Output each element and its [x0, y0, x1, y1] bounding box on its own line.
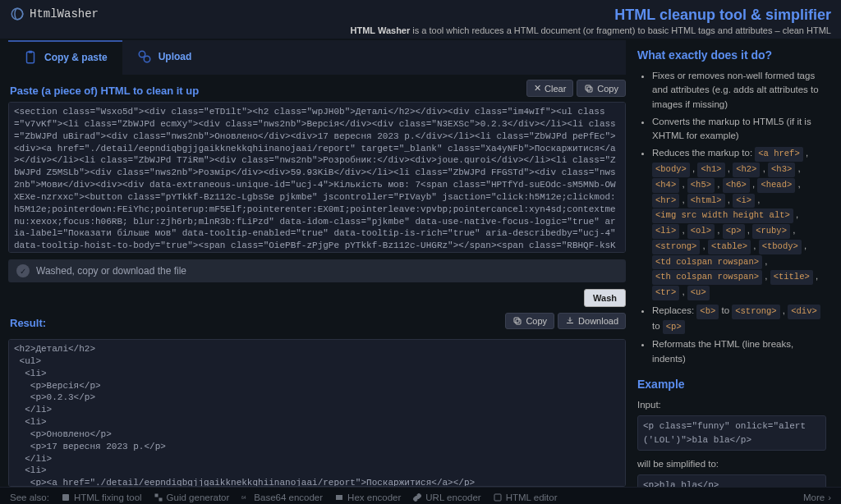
svg-rect-1	[27, 52, 34, 63]
svg-rect-8	[514, 318, 519, 323]
footer-link[interactable]: Guid generator	[154, 493, 230, 502]
footer: See also: HTML fixing tool Guid generato…	[0, 487, 841, 504]
editor-icon	[493, 493, 503, 502]
tag-pill: <html>	[687, 194, 725, 208]
footer-link[interactable]: HTML editor	[493, 493, 558, 502]
tag-pill: <head>	[757, 178, 795, 193]
svg-rect-7	[516, 319, 521, 324]
tag-pill: <i>	[733, 194, 755, 208]
sidebar-item: Converts the markup to HTML5 (if it is X…	[652, 115, 826, 144]
example-input-label: Input:	[637, 398, 826, 412]
tab-copy-paste[interactable]: Copy & paste	[8, 40, 122, 75]
svg-rect-6	[586, 85, 591, 90]
svg-rect-9	[62, 494, 69, 501]
tab-upload[interactable]: Upload	[122, 40, 207, 75]
footer-link[interactable]: Hex encoder	[334, 493, 401, 502]
example-input: <p class="funny" onlick="alert('LOL')">b…	[637, 415, 826, 451]
status-text: Washed, copy or download the file	[36, 265, 186, 277]
hex-icon	[334, 493, 344, 502]
wash-button[interactable]: Wash	[584, 289, 626, 307]
guid-icon	[154, 493, 163, 502]
svg-rect-14	[494, 494, 501, 501]
see-also-label: See also:	[10, 493, 49, 502]
sidebar-item: Fixes or removes non-well formed tags an…	[652, 69, 826, 112]
main-column: Copy & paste Upload Paste (a piece of) H…	[0, 39, 634, 487]
footer-link[interactable]: HTML fixing tool	[61, 493, 142, 502]
tag-pill: <p>	[723, 224, 745, 239]
download-icon	[565, 316, 575, 326]
tag-pill: <h3>	[768, 163, 795, 177]
tag-pill: <img src width height alt>	[652, 208, 793, 223]
tag-pill: <ruby>	[752, 224, 790, 239]
sidebar-list: Fixes or removes non-well formed tags an…	[637, 69, 826, 366]
chevron-right-icon: ›	[828, 493, 831, 502]
tag-pill: <td colspan rowspan>	[652, 255, 762, 270]
download-button[interactable]: Download	[558, 313, 626, 329]
sidebar-heading: What exactly does it do?	[637, 47, 826, 64]
html-output[interactable]: <h2>Деталі</h2> <ul> <li> <p>Версія</p> …	[8, 339, 626, 487]
example-output: <p>bla bla</p>	[637, 474, 826, 487]
svg-point-4	[144, 56, 150, 62]
tag-pill: <h2>	[733, 163, 760, 177]
tag-pill: <h4>	[652, 178, 679, 193]
logo-icon	[10, 7, 25, 21]
example-output-label: will be simplified to:	[637, 457, 826, 471]
logo-text: HtmlWasher	[30, 7, 99, 21]
upload-icon	[137, 49, 152, 64]
tag-pill: <tr>	[652, 286, 679, 300]
tab-label: Upload	[159, 51, 192, 62]
page-subtitle: HTML Washer is a tool which reduces a HT…	[351, 25, 831, 35]
tag-pill: <title>	[770, 270, 813, 285]
svg-rect-11	[159, 498, 162, 502]
tag-pill: <th colspan rowspan>	[652, 270, 762, 285]
paste-icon	[23, 50, 38, 65]
logo-area: HtmlWasher	[10, 7, 99, 21]
svg-text:64: 64	[241, 495, 246, 500]
tabs-bar: Copy & paste Upload	[8, 40, 626, 75]
tag-pill: <hr>	[652, 194, 679, 208]
tool-icon	[61, 493, 71, 502]
page-title: HTML cleanup tool & simplifier	[351, 7, 831, 24]
tag-pill: <u>	[687, 286, 710, 300]
svg-rect-2	[29, 51, 33, 53]
more-link[interactable]: More ›	[803, 493, 831, 502]
base64-icon: 64	[241, 493, 250, 502]
tag-pill: <a href>	[755, 147, 802, 162]
example-heading: Example	[637, 376, 826, 393]
sidebar-item: Reformats the HTML (line breaks, indents…	[652, 337, 826, 366]
tag-pill: <ol>	[687, 224, 715, 239]
svg-point-3	[139, 51, 145, 57]
tag-pill: <li>	[652, 224, 679, 239]
copy-input-button[interactable]: Copy	[577, 80, 626, 97]
copy-output-button[interactable]: Copy	[505, 313, 554, 329]
footer-link[interactable]: 64Base64 encoder	[241, 493, 323, 502]
footer-link[interactable]: URL encoder	[412, 493, 480, 502]
check-icon: ✓	[16, 264, 30, 277]
svg-rect-10	[154, 494, 158, 497]
svg-rect-5	[587, 87, 592, 92]
tag-pill: <strong>	[652, 240, 700, 254]
tab-label: Copy & paste	[44, 52, 108, 63]
svg-rect-13	[336, 495, 342, 500]
sidebar-item-replaces: Replaces: <b> to <strong> , <div> to <p>	[652, 304, 826, 335]
tag-pill: <h5>	[687, 178, 715, 193]
tag-pill: <table>	[708, 240, 751, 254]
clear-icon: ✕	[534, 83, 541, 94]
app-header: HtmlWasher HTML cleanup tool & simplifie…	[0, 0, 841, 39]
sidebar: What exactly does it do? Fixes or remove…	[634, 39, 833, 487]
output-label: Result:	[10, 317, 46, 329]
copy-icon	[584, 84, 594, 94]
header-right: HTML cleanup tool & simplifier HTML Wash…	[351, 7, 831, 35]
tag-pill: <body>	[652, 163, 690, 177]
tag-pill: <h1>	[697, 163, 724, 177]
sidebar-item-reduces: Reduces the markup to: <a href> , <body>…	[652, 146, 826, 300]
link-icon	[412, 493, 422, 502]
clear-button[interactable]: ✕ Clear	[526, 80, 573, 97]
tag-pill: <h6>	[723, 178, 750, 193]
copy-icon	[512, 316, 522, 326]
tag-pill: <tbody>	[759, 240, 802, 254]
input-label: Paste (a piece of) HTML to clean it up	[10, 85, 199, 97]
status-bar: ✓ Washed, copy or download the file	[8, 259, 626, 282]
html-input[interactable]: <section class="Wsxo5d"><div class="eTD1…	[8, 102, 626, 253]
